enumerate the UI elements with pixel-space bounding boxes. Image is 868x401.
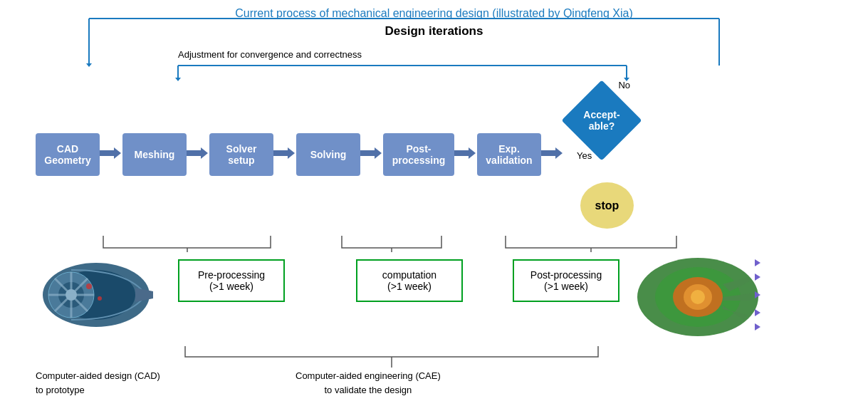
decision-area: No Accept- able? Yes stop bbox=[570, 80, 634, 229]
solver-setup-box: Solver setup bbox=[209, 133, 273, 176]
main-container: Current process of mechanical engineerin… bbox=[0, 0, 868, 401]
info-row: Pre-processing(>1 week) computation(>1 w… bbox=[36, 252, 854, 341]
cad-caption-line2: to prototype bbox=[36, 385, 85, 395]
cad-image bbox=[36, 252, 157, 338]
svg-marker-11 bbox=[273, 147, 295, 159]
solving-label: Solving bbox=[310, 149, 347, 160]
svg-marker-13 bbox=[454, 147, 476, 159]
svg-marker-12 bbox=[360, 147, 382, 159]
arrow-1 bbox=[100, 146, 122, 163]
svg-marker-10 bbox=[187, 147, 208, 159]
computation-box: computation(>1 week) bbox=[356, 259, 463, 302]
svg-marker-9 bbox=[100, 147, 121, 159]
solving-box: Solving bbox=[296, 133, 360, 176]
svg-marker-37 bbox=[755, 323, 760, 330]
svg-marker-36 bbox=[755, 309, 760, 316]
meshing-label: Meshing bbox=[135, 149, 175, 160]
diamond-text: Accept- able? bbox=[570, 92, 634, 149]
acceptable-label: Accept- able? bbox=[570, 109, 634, 132]
post-processing-box: Post- processing bbox=[383, 133, 454, 176]
arrow-5 bbox=[454, 146, 477, 163]
diagram-subtitle: Design iterations bbox=[14, 24, 854, 38]
caption-row: Computer-aided design (CAD) to prototype… bbox=[36, 369, 854, 397]
cad-geometry-box: CAD Geometry bbox=[36, 133, 100, 176]
arrow-2 bbox=[187, 146, 209, 163]
solver-setup-label: Solver setup bbox=[226, 143, 257, 166]
pre-processing-info: Pre-processing(>1 week) bbox=[178, 259, 285, 302]
svg-point-33 bbox=[691, 290, 705, 304]
pre-processing-text: Pre-processing(>1 week) bbox=[198, 269, 265, 292]
post-processing-info-text: Post-processing(>1 week) bbox=[530, 269, 602, 292]
svg-point-28 bbox=[98, 296, 102, 301]
diamond-shape: Accept- able? bbox=[570, 92, 634, 149]
stop-label: stop bbox=[595, 199, 619, 212]
post-processing-label: Post- processing bbox=[392, 143, 446, 166]
exp-validation-label: Exp. validation bbox=[486, 143, 532, 166]
flow-diagram: Adjustment for convergence and correctne… bbox=[14, 46, 854, 397]
bottom-bracket-row bbox=[171, 343, 697, 368]
cae-caption-line1: Computer-aided engineering (CAE) bbox=[296, 370, 441, 381]
post-processing-info-box: Post-processing(>1 week) bbox=[513, 259, 619, 302]
arrow-3 bbox=[273, 146, 296, 163]
meshing-box: Meshing bbox=[122, 133, 187, 176]
arrow-6 bbox=[541, 146, 564, 163]
svg-point-27 bbox=[86, 283, 92, 289]
bottom-bracket-svg bbox=[171, 343, 697, 368]
cad-caption-line1: Computer-aided design (CAD) bbox=[36, 370, 160, 381]
no-label: No bbox=[618, 80, 630, 90]
cae-image bbox=[634, 252, 765, 341]
feedback-arrow-svg bbox=[36, 46, 783, 80]
svg-marker-14 bbox=[541, 147, 563, 159]
pre-processing-box: Pre-processing(>1 week) bbox=[178, 259, 285, 302]
brackets-svg-top bbox=[36, 232, 783, 252]
svg-marker-34 bbox=[755, 274, 760, 281]
stop-ellipse: stop bbox=[580, 182, 634, 229]
exp-validation-box: Exp. validation bbox=[477, 133, 541, 176]
cae-caption-line2: to validate the design bbox=[324, 385, 412, 395]
computation-info: computation(>1 week) bbox=[356, 259, 463, 302]
svg-marker-38 bbox=[755, 259, 760, 266]
arrow-4 bbox=[360, 146, 383, 163]
turbine-svg bbox=[36, 252, 157, 338]
post-processing-info: Post-processing(>1 week) bbox=[513, 259, 619, 302]
computation-text: computation(>1 week) bbox=[382, 269, 436, 292]
svg-marker-8 bbox=[86, 63, 92, 67]
cae-svg bbox=[634, 252, 765, 341]
cad-geometry-label: CAD Geometry bbox=[44, 143, 90, 166]
cae-caption: Computer-aided engineering (CAE) to vali… bbox=[296, 369, 441, 397]
yes-label: Yes bbox=[577, 150, 592, 161]
bracket-row-top bbox=[36, 232, 783, 252]
cad-caption: Computer-aided design (CAD) to prototype bbox=[36, 369, 167, 397]
